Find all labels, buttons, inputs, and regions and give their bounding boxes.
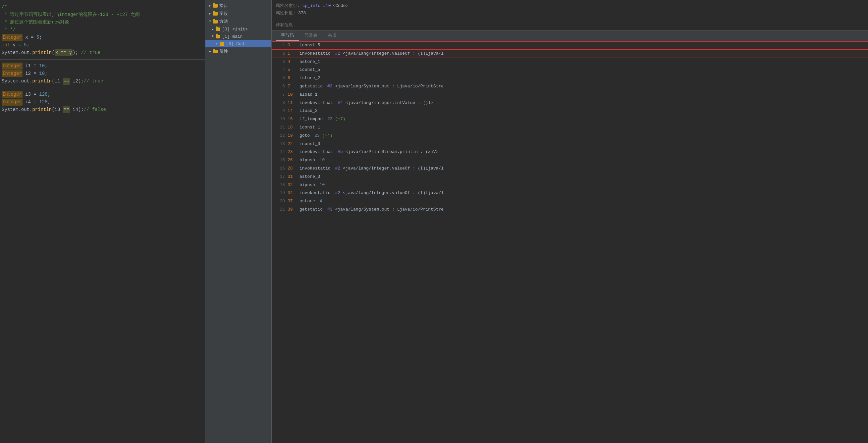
- code-text: .: [30, 106, 32, 113]
- bc-linenum: 16: [276, 165, 285, 172]
- bc-row-6[interactable]: 6 7 getstatic #3 <java/lang/System.out :…: [272, 82, 868, 91]
- bc-instruction: aload_1: [300, 91, 318, 98]
- bc-args: <java/lang/Integer.intValue : ()I>: [343, 100, 433, 107]
- folder-icon: [215, 27, 221, 32]
- tree-label: [1] main: [222, 34, 243, 39]
- code-line: int y = 5 ;: [0, 41, 205, 49]
- bc-row-10[interactable]: 10 15 if_icmpne 22 (+7): [272, 115, 868, 124]
- code-text: System.: [2, 106, 21, 113]
- bc-ref: #5: [335, 149, 343, 156]
- tree-item-fields[interactable]: ▶ 字段: [206, 10, 271, 18]
- arrow-icon: ▶: [208, 49, 212, 53]
- code-line: * 超过这个范围会重新new对象: [0, 19, 205, 26]
- bc-row-14[interactable]: 14 23 invokevirtual #5 <java/io/PrintStr…: [272, 148, 868, 156]
- bc-linenum: 3: [276, 59, 285, 66]
- prop-link-value: cp_info #10: [303, 3, 331, 8]
- bc-row-3[interactable]: 3 4 astore_1: [272, 58, 868, 66]
- tree-item-init[interactable]: ▶ [0] <init>: [206, 26, 271, 33]
- bc-row-16[interactable]: 16 28 invokestatic #2 <java/lang/Integer…: [272, 165, 868, 173]
- bc-num: 4: [317, 198, 322, 205]
- bc-row-21[interactable]: 21 39 getstatic #3 <java/lang/System.out…: [272, 206, 868, 214]
- bc-row-17[interactable]: 17 31 astore_3: [272, 173, 868, 181]
- bc-offset: 1: [287, 50, 297, 57]
- code-line: * */: [0, 26, 205, 34]
- bc-row-19[interactable]: 19 34 invokestatic #2 <java/lang/Integer…: [272, 189, 868, 197]
- bc-ref: #2: [333, 50, 340, 57]
- comment-text: * */: [2, 27, 16, 33]
- bc-linenum: 12: [276, 132, 285, 139]
- bc-row-8[interactable]: 8 11 invokevirtual #4 <java/lang/Integer…: [272, 99, 868, 107]
- comment-text: /*: [2, 4, 7, 10]
- bc-linenum: 5: [276, 75, 285, 82]
- folder-icon: [213, 11, 218, 16]
- tree-item-cod[interactable]: ▶ [0] Cod: [206, 40, 271, 47]
- bc-linenum: 13: [276, 141, 285, 148]
- code-line: /*: [0, 3, 205, 11]
- tree-item-methods[interactable]: ▼ 方法: [206, 18, 271, 26]
- keyword-span: Integer: [2, 99, 23, 106]
- bc-row-15[interactable]: 15 26 bipush 10: [272, 156, 868, 165]
- tree-item-interface[interactable]: ▶ 接口: [206, 2, 271, 10]
- bc-instruction: iconst_5: [300, 42, 320, 49]
- bc-row-7[interactable]: 7 10 aload_1: [272, 91, 868, 99]
- code-text: (i3: [52, 106, 63, 113]
- bc-offset: 11: [287, 100, 297, 107]
- arrow-icon: ▶: [215, 42, 219, 46]
- code-text: ;: [48, 91, 50, 98]
- code-line: Integer i1 = 10 ;: [0, 62, 205, 70]
- code-text: .: [30, 78, 32, 85]
- tree-item-attributes[interactable]: ▶ 属性: [206, 47, 271, 55]
- code-line: System.out.println(i3 == i4);// false: [0, 106, 205, 113]
- bc-row-9[interactable]: 9 14 iload_2: [272, 107, 868, 115]
- code-editor: /* * 透过字节码可以看出,当Integer的范围在-128 - +127 之…: [0, 0, 206, 443]
- arrow-icon: ▶: [208, 11, 212, 15]
- bc-row-2[interactable]: 2 1 invokestatic #2 <java/lang/Integer.v…: [272, 50, 868, 58]
- code-line: Integer i3 = 128 ;: [0, 91, 205, 98]
- bc-linenum: 9: [276, 108, 285, 114]
- tab-bytecode[interactable]: 字节码: [276, 30, 299, 41]
- bc-row-4[interactable]: 4 5 iconst_5: [272, 66, 868, 74]
- tab-exception-table[interactable]: 异常表: [299, 30, 323, 41]
- bc-row-11[interactable]: 11 18 iconst_1: [272, 124, 868, 132]
- code-line: Integer i2 = 10 ;: [0, 70, 205, 77]
- bc-offset: 31: [287, 173, 297, 180]
- bc-offset: 6: [287, 75, 297, 82]
- prop-len-value: 378: [298, 10, 306, 15]
- bc-instruction: getstatic: [300, 206, 323, 213]
- bc-linenum: 4: [276, 67, 285, 73]
- code-line: * 透过字节码可以看出,当Integer的范围在-128 - +127 之间: [0, 11, 205, 19]
- bc-instruction: astore: [300, 198, 315, 205]
- comment-text: * 超过这个范围会重新new对象: [2, 19, 69, 26]
- bc-row-5[interactable]: 5 6 istore_2: [272, 74, 868, 82]
- bc-row-1[interactable]: 1 0 iconst_5: [272, 41, 868, 50]
- bc-instruction: astore_1: [300, 59, 320, 66]
- bc-row-12[interactable]: 12 19 goto 23 (+4): [272, 132, 868, 140]
- code-text: ;: [45, 70, 48, 77]
- arrow-icon: ▼: [208, 20, 212, 24]
- tree-item-main[interactable]: ▼ [1] main: [206, 33, 271, 40]
- method-span: println: [32, 49, 52, 56]
- code-text: i1 =: [23, 63, 39, 70]
- tree-label: [0] <init>: [222, 27, 248, 32]
- bc-linenum: 7: [276, 91, 285, 98]
- bc-instruction: getstatic: [300, 83, 323, 90]
- code-text: System.: [2, 78, 21, 85]
- bc-row-18[interactable]: 18 32 bipush 10: [272, 181, 868, 190]
- number-span: 128: [39, 99, 48, 106]
- bc-instruction: iload_2: [300, 108, 318, 114]
- folder-icon: [215, 34, 221, 39]
- bc-row-13[interactable]: 13 22 iconst_0: [272, 140, 868, 148]
- tab-misc[interactable]: 杂项: [323, 30, 342, 41]
- bytecode-table: 1 0 iconst_5 2 1 invokestatic #2 <java/l…: [272, 41, 868, 443]
- bc-row-20[interactable]: 20 37 astore 4: [272, 197, 868, 206]
- number-span: 10: [39, 63, 45, 70]
- bc-linenum: 21: [276, 206, 285, 213]
- bc-args: <java/lang/Integer.valueOf : (I)Ljava/l: [340, 165, 444, 172]
- bc-instruction: bipush: [300, 182, 315, 189]
- prop-label: 属性名索引:: [276, 3, 300, 9]
- bc-ref: #3: [325, 83, 332, 90]
- folder-icon: [213, 19, 218, 24]
- arrow-icon: ▼: [211, 34, 215, 38]
- tree-label: 接口: [219, 3, 228, 9]
- bc-instruction: invokestatic: [300, 165, 331, 172]
